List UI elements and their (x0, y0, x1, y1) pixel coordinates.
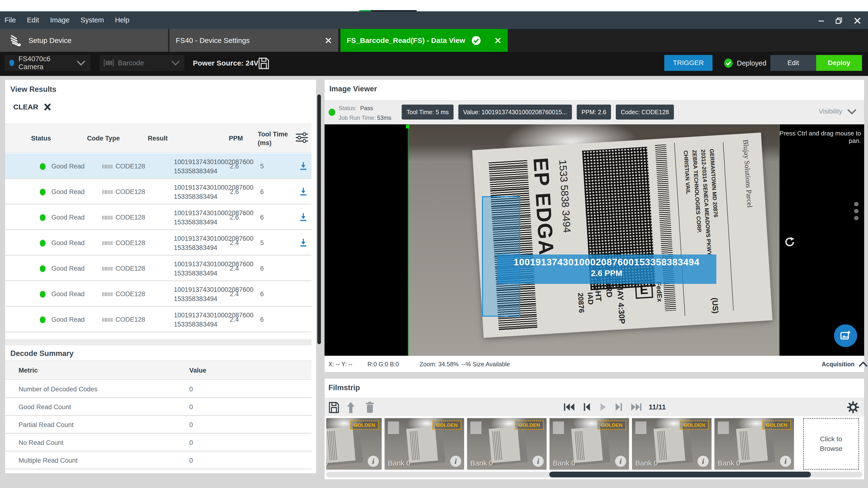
camera-select[interactable]: FS4070c6 Camera (5, 55, 90, 71)
result-table-row[interactable]: Good Read CODE128 1001913743010002087600… (5, 154, 311, 179)
result-table-row[interactable]: Good Read CODE128 1001913743010002087600… (5, 281, 311, 307)
filmstrip-thumbnail[interactable]: GOLDEN Bank 0 i (467, 418, 547, 470)
visibility-dropdown[interactable]: Visibility (819, 108, 857, 115)
clear-results-button[interactable]: CLEAR (13, 103, 52, 111)
result-table-row[interactable]: Good Read CODE128 1001913743010002087600… (5, 307, 311, 332)
filmstrip-thumbnail[interactable]: GOLDEN Bank 0 i (384, 418, 464, 470)
filmstrip-scrollbar-thumb[interactable] (549, 471, 811, 478)
last-frame-icon[interactable] (630, 402, 642, 412)
close-button[interactable] (851, 17, 863, 25)
fov-handle[interactable] (406, 125, 409, 128)
chevron-up-icon (858, 361, 868, 367)
camera-image-area[interactable]: EP EDGA 1533 5838 3494 CHRISTIAN VAIL ZE… (324, 124, 864, 356)
click-to-browse-tile[interactable]: Click to Browse (803, 418, 859, 470)
filmstrip-scrollbar-track[interactable] (326, 471, 863, 478)
download-icon[interactable] (299, 238, 308, 248)
summary-table-row: Partial Read Count 0 (5, 416, 311, 434)
thumbnail-checkbox[interactable] (553, 422, 564, 434)
menu-item-file[interactable]: File (5, 16, 16, 24)
row-status: Good Read (51, 265, 85, 272)
rotate-icon[interactable] (783, 236, 796, 248)
row-tool-time: 6 (260, 214, 264, 221)
next-frame-icon[interactable] (614, 402, 623, 412)
edit-button[interactable]: Edit (770, 55, 816, 71)
thumbnail-checkbox[interactable] (470, 422, 482, 434)
thumbnail-checkbox[interactable] (388, 422, 399, 434)
acquisition-toggle[interactable]: Acquisition (822, 361, 868, 368)
thumbnail-strip: GOLDEN Bank 0 i GOLDEN Bank 0 i GOLDEN B… (326, 417, 799, 470)
info-icon[interactable]: i (698, 456, 709, 467)
download-icon[interactable] (299, 212, 308, 222)
code-type-barcode-icon (102, 317, 113, 322)
thumbnail-checkbox[interactable] (718, 422, 729, 434)
delete-icon[interactable] (365, 401, 375, 414)
result-table-row[interactable]: Good Read CODE128 1001913743010002087600… (5, 230, 311, 256)
row-code-type: CODE128 (116, 316, 145, 323)
pass-status-icon (329, 109, 335, 116)
deployed-label: Deployed (737, 59, 767, 67)
row-result: 1001913743010002087600153358383494 (174, 183, 253, 201)
close-tab-icon[interactable] (494, 37, 501, 44)
result-table-row[interactable]: Good Read CODE128 1001913743010002087600… (5, 179, 311, 205)
restore-button[interactable] (833, 17, 845, 25)
tab-device-settings[interactable]: FS40 - Device Settings (169, 29, 338, 52)
menu-item-edit[interactable]: Edit (27, 16, 39, 24)
info-icon[interactable]: i (450, 456, 461, 467)
deploy-button[interactable]: Deploy (816, 55, 862, 71)
barcode-select[interactable]: Barcode (100, 55, 184, 71)
summary-table-row: No Read Count 0 (5, 434, 311, 452)
results-scrollbar[interactable] (317, 94, 321, 344)
tab-bar: Setup Device FS40 - Device Settings FS_B… (0, 29, 868, 52)
close-tab-icon[interactable] (325, 37, 332, 44)
column-filter-icon[interactable] (296, 131, 308, 145)
status-value: Pass (360, 105, 373, 111)
summary-value: 0 (189, 439, 193, 447)
deployed-check-icon (723, 58, 734, 69)
summary-metric: Partial Read Count (19, 421, 73, 429)
download-icon[interactable] (299, 187, 308, 197)
filmstrip-thumbnail[interactable]: GOLDEN Bank 0 i (550, 418, 629, 470)
tab-setup-device[interactable]: Setup Device (0, 29, 169, 52)
info-icon[interactable]: i (533, 456, 544, 467)
add-image-button[interactable] (834, 324, 857, 347)
menu-item-system[interactable]: System (81, 16, 104, 24)
result-table-row[interactable]: Good Read CODE128 1001913743010002087600… (5, 205, 311, 230)
tab-label: FS40 - Device Settings (176, 36, 250, 44)
tab-data-view[interactable]: FS_Barcode_Read(FS) - Data View (340, 29, 508, 52)
filmstrip-thumbnail[interactable]: GOLDEN Bank 0 i (326, 418, 382, 470)
save-image-icon[interactable] (328, 401, 340, 414)
previous-frame-icon[interactable] (582, 402, 592, 412)
filmstrip-thumbnail[interactable]: GOLDEN Bank 0 i (714, 418, 794, 470)
golden-badge: GOLDEN (762, 421, 791, 430)
trigger-button[interactable]: TRIGGER (664, 55, 712, 71)
info-icon[interactable]: i (780, 456, 791, 467)
barcode-select-value: Barcode (118, 59, 144, 67)
first-frame-icon[interactable] (563, 402, 576, 412)
summary-table-row: Good Read Count 0 (5, 398, 311, 416)
good-read-status-icon (40, 189, 45, 195)
results-rows: Good Read CODE128 1001913743010002087600… (5, 154, 311, 332)
settings-gear-icon[interactable] (847, 401, 859, 414)
menu-item-help[interactable]: Help (115, 16, 129, 24)
filmstrip-thumbnail[interactable]: GOLDEN Bank 0 i (632, 418, 712, 470)
camera-status-icon (9, 60, 14, 66)
menu-item-image[interactable]: Image (50, 16, 70, 24)
viewer-kebab-menu[interactable] (854, 202, 859, 220)
good-read-status-icon (40, 317, 45, 323)
info-badge: Value: 100191374301000208760015... (458, 105, 572, 120)
summary-table-row: Number of Decoded Codes 0 (5, 380, 311, 398)
download-icon[interactable] (299, 161, 308, 171)
result-table-row[interactable]: Good Read CODE128 1001913743010002087600… (5, 256, 311, 281)
thumbnail-checkbox[interactable] (635, 422, 646, 434)
info-icon[interactable]: i (615, 456, 626, 467)
upload-icon[interactable] (345, 401, 356, 414)
save-icon[interactable] (257, 57, 270, 70)
good-read-status-icon (40, 163, 45, 170)
code-type-barcode-icon (102, 164, 113, 169)
play-icon[interactable] (598, 402, 608, 412)
info-icon[interactable]: i (368, 456, 379, 467)
zoom-level: Zoom: 34.58% (420, 361, 459, 368)
row-ppm: 2.4 (230, 239, 239, 247)
tab-label: FS_Barcode_Read(FS) - Data View (347, 36, 465, 44)
minimize-button[interactable] (815, 17, 827, 25)
